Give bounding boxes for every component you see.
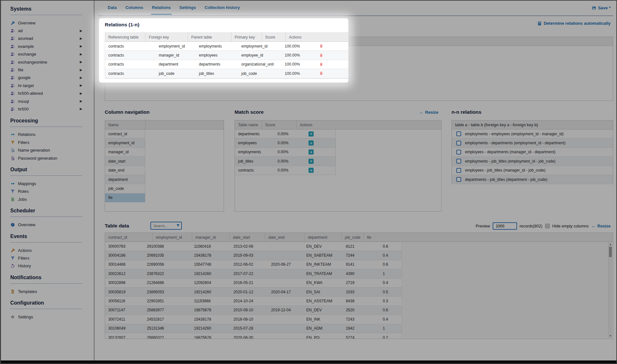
sidebar-item[interactable]: google ▶ (10, 74, 94, 82)
sidebar-item[interactable]: Templates (10, 288, 94, 295)
sidebar-item[interactable]: example ▶ (10, 42, 94, 50)
relation-row: contracts manager_id employees employee_… (105, 51, 348, 60)
sidebar-item[interactable]: Mappings (10, 180, 94, 187)
sidebar-item[interactable]: exchangeonline ▶ (10, 58, 94, 66)
add-relation-button[interactable]: + (308, 168, 314, 173)
chevron-right-icon[interactable]: ▶ (80, 107, 82, 111)
add-relation-button[interactable]: + (308, 140, 314, 146)
users-icon (10, 44, 15, 49)
column-header[interactable]: date_start (229, 233, 265, 242)
tab[interactable]: Columns (125, 5, 143, 14)
chevron-right-icon[interactable]: ▶ (80, 68, 82, 72)
chevron-right-icon[interactable]: ▶ (80, 76, 82, 79)
add-relation-button[interactable]: + (308, 131, 314, 137)
column-header[interactable]: Primary key (231, 33, 262, 41)
sidebar-item[interactable]: Overview (10, 221, 94, 228)
sidebar-item[interactable]: History (10, 262, 94, 270)
tab[interactable]: Relations (152, 5, 171, 14)
column-header-name[interactable]: Name (105, 120, 145, 129)
scrollbar-thumb[interactable] (609, 247, 612, 257)
vertical-scrollbar[interactable]: ▲ ▼ (608, 242, 612, 338)
match-score-row: job_titles 0.00% + (235, 157, 336, 166)
sidebar-section-title: Output (10, 166, 94, 173)
save-button[interactable]: Save * (592, 5, 611, 10)
sidebar-item[interactable]: Roles (10, 188, 94, 195)
sidebar-item[interactable]: Settings (10, 313, 94, 321)
chevron-right-icon[interactable]: ▶ (80, 53, 82, 56)
sidebar-item[interactable]: hr500 ▶ (10, 105, 94, 113)
users-icon (10, 83, 15, 88)
nn-relation-checkbox[interactable] (456, 141, 461, 146)
column-nav-row[interactable]: date_end (105, 166, 145, 175)
nn-relation-checkbox[interactable] (456, 159, 461, 164)
chevron-right-icon[interactable]: ▶ (80, 84, 82, 87)
column-header[interactable]: department (304, 233, 341, 242)
filter-funnel-icon[interactable] (176, 224, 180, 227)
sidebar-item[interactable]: Password generation (10, 154, 94, 162)
chevron-right-icon[interactable]: ▶ (80, 92, 82, 95)
sidebar-item[interactable]: hr500-altered ▶ (10, 90, 94, 97)
nn-relation-checkbox[interactable] (456, 168, 461, 173)
sidebar-item-label: Overview (18, 222, 35, 227)
sidebar-item[interactable]: azuread ▶ (10, 35, 94, 42)
column-header[interactable]: Table name (235, 120, 262, 129)
column-header[interactable]: Parent table (188, 33, 231, 41)
add-relation-button[interactable]: + (308, 159, 314, 164)
column-nav-row[interactable]: date_start (105, 157, 145, 166)
nn-relation-checkbox[interactable] (456, 177, 461, 182)
sidebar-item[interactable]: file ▶ (10, 66, 94, 74)
scroll-down-icon[interactable]: ▼ (609, 334, 612, 337)
preview-count-input[interactable] (493, 222, 517, 230)
add-relation-button[interactable]: + (308, 149, 314, 155)
column-header[interactable]: fte (363, 233, 371, 242)
delete-relation-button[interactable] (319, 44, 324, 49)
column-header[interactable]: Actions (296, 120, 312, 129)
column-nav-row[interactable]: employment_id (105, 138, 145, 147)
sidebar-item[interactable]: Relations (10, 131, 94, 138)
sidebar-item[interactable]: ad ▶ (10, 27, 94, 34)
sidebar-section: Events Actions Filters (10, 233, 94, 270)
sidebar-item[interactable]: Jobs (10, 195, 94, 203)
chevron-right-icon[interactable]: ▶ (80, 37, 82, 40)
nn-relation-checkbox[interactable] (456, 150, 461, 155)
delete-relation-button[interactable] (319, 71, 324, 76)
sidebar-item[interactable]: hr-target ▶ (10, 82, 94, 89)
column-header[interactable]: job_code (341, 233, 363, 242)
nn-relation-checkbox[interactable] (456, 131, 461, 136)
column-nav-row[interactable]: fte (105, 193, 145, 202)
sidebar-item[interactable]: mssql ▶ (10, 97, 94, 105)
delete-relation-button[interactable] (319, 62, 324, 67)
chevron-right-icon[interactable]: ▶ (80, 45, 82, 48)
column-header[interactable]: contract_id (105, 233, 152, 242)
column-header[interactable]: Referencing table (105, 33, 145, 41)
delete-relation-button[interactable] (319, 53, 324, 58)
column-nav-row[interactable]: job_code (105, 184, 145, 193)
tab[interactable]: Settings (179, 5, 196, 14)
chevron-right-icon[interactable]: ▶ (80, 29, 82, 32)
column-header[interactable]: employment_id (152, 233, 192, 242)
scroll-up-icon[interactable]: ▲ (609, 243, 612, 246)
chevron-right-icon[interactable]: ▶ (80, 60, 82, 64)
sidebar-item[interactable]: Name generation (10, 146, 94, 154)
sidebar-item[interactable]: Filters (10, 138, 94, 146)
column-header[interactable]: Score (262, 33, 285, 41)
sidebar-item[interactable]: exchange ▶ (10, 50, 94, 58)
resize-link[interactable]: ↔ Resize (419, 110, 438, 115)
chevron-right-icon[interactable]: ▶ (80, 100, 82, 103)
sidebar-item[interactable]: Actions (10, 246, 94, 254)
column-header[interactable]: Actions (285, 33, 301, 41)
column-nav-row[interactable]: department (105, 175, 145, 184)
hide-empty-columns-checkbox[interactable] (545, 224, 550, 228)
column-header[interactable]: manager_id (192, 233, 229, 242)
column-nav-row[interactable]: contract_id (105, 129, 145, 138)
column-nav-row[interactable]: manager_id (105, 148, 145, 157)
sidebar-item[interactable]: Filters (10, 254, 94, 262)
column-header[interactable]: Foreign key (145, 33, 188, 41)
column-header[interactable]: Score (262, 120, 296, 129)
determine-relations-button[interactable]: Determine relations automatically (537, 21, 611, 26)
sidebar-item[interactable]: Overview (10, 19, 94, 27)
tab[interactable]: Collection history (205, 5, 240, 14)
resize-link[interactable]: ↔ Resize (591, 224, 611, 228)
tab[interactable]: Data (108, 5, 117, 14)
column-header[interactable]: date_end (265, 233, 304, 242)
